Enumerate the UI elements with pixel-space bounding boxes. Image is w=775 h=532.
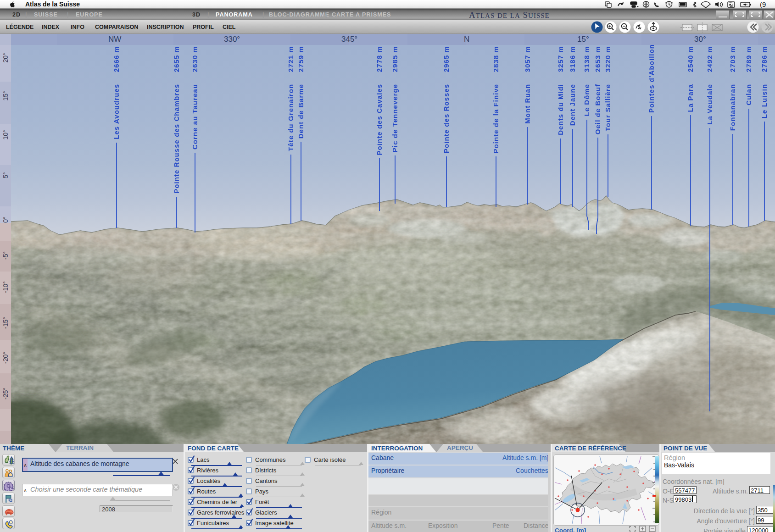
svg-text:(9: (9 [760,0,766,8]
